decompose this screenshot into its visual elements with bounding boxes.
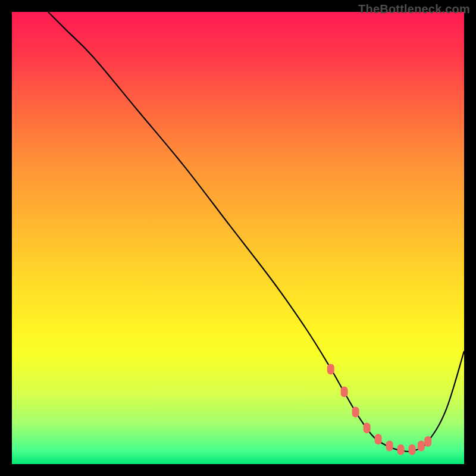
marker-point (352, 407, 359, 418)
marker-point (364, 422, 371, 433)
marker-point (418, 441, 425, 452)
chart-svg (12, 12, 464, 464)
watermark-text: TheBottleneck.com (358, 2, 470, 16)
marker-point (327, 364, 334, 374)
marker-point (386, 441, 393, 452)
chart-frame: TheBottleneck.com (0, 0, 476, 476)
marker-point (375, 434, 382, 444)
plot-area (12, 12, 464, 464)
bottleneck-curve (48, 12, 464, 452)
marker-point (397, 444, 405, 455)
marker-point (341, 386, 348, 397)
marker-point (424, 436, 431, 447)
highlight-markers (327, 364, 431, 455)
marker-point (409, 444, 416, 455)
